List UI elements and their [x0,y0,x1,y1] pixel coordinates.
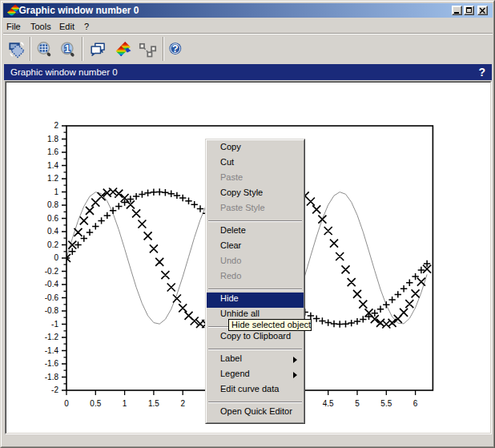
svg-text:0.4: 0.4 [47,227,58,236]
svg-text:0.5: 0.5 [90,399,101,408]
svg-text:-0.2: -0.2 [45,267,59,276]
svg-text:-1.2: -1.2 [45,333,59,341]
svg-text:2: 2 [180,399,185,408]
svg-text:1.5: 1.5 [148,399,159,408]
svg-text:-2: -2 [51,385,58,394]
svg-text:2: 2 [54,121,58,130]
svg-text:-1.8: -1.8 [45,373,59,381]
svg-text:-0.4: -0.4 [45,280,59,289]
svg-text:1: 1 [65,43,70,54]
svg-text:1.2: 1.2 [47,174,58,183]
svg-text:6: 6 [413,399,418,408]
svg-text:-1: -1 [51,320,58,329]
svg-text:0.6: 0.6 [47,214,58,223]
svg-text:0.2: 0.2 [47,240,58,249]
svg-text:1.4: 1.4 [47,161,58,170]
svg-text:-1.6: -1.6 [45,359,59,368]
svg-text:5.5: 5.5 [380,399,392,408]
svg-text:0: 0 [64,399,69,408]
svg-text:1: 1 [123,399,127,408]
svg-text:-1.4: -1.4 [45,346,59,355]
svg-text:5: 5 [355,399,360,408]
svg-text:4.5: 4.5 [323,399,334,408]
svg-text:0.8: 0.8 [47,200,58,209]
svg-text:-0.6: -0.6 [45,293,59,302]
svg-text:1: 1 [54,188,58,196]
svg-text:1.6: 1.6 [47,147,58,156]
svg-text:1.8: 1.8 [47,135,58,143]
svg-text:?: ? [172,42,179,54]
svg-text:0: 0 [54,253,58,262]
svg-text:-0.8: -0.8 [45,306,59,315]
